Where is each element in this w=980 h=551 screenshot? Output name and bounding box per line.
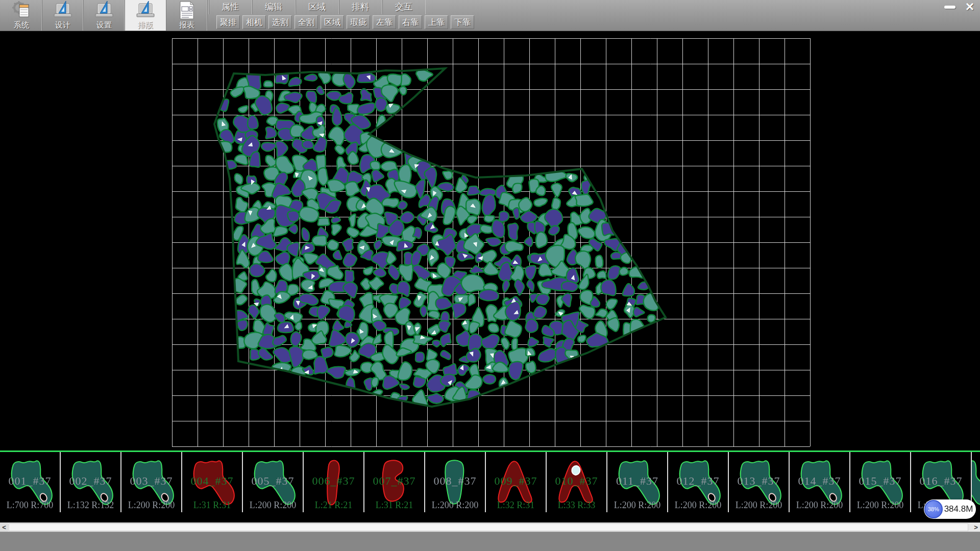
piece-lr-count-label: L:200 R:200 <box>729 500 789 511</box>
memory-usage-badge: 38% 384.8M <box>924 499 976 519</box>
settings-icon <box>94 1 114 20</box>
menu-item-5[interactable]: 交互 <box>382 0 426 14</box>
piece-name-label: 005_#37 <box>243 474 303 488</box>
mode-button-label: 设计 <box>42 20 83 30</box>
piece-thumbnail-004_#37[interactable]: 004_#37L:31 R:31 <box>182 452 243 512</box>
piece-name-label: 010_#37 <box>547 474 606 488</box>
memory-percent-indicator: 38% <box>924 500 943 518</box>
mode-button-5[interactable]: 报表 <box>166 0 208 31</box>
main-mode-buttons: 系统 设计 设置 排版 报表 <box>1 0 208 31</box>
toolbar: 系统 设计 设置 排版 报表 属性编辑区域排料交互 聚排相机选割全割区域瑕疵左靠… <box>0 0 980 31</box>
mode-button-3[interactable]: 设置 <box>84 0 125 31</box>
tool-button-9[interactable]: 上靠 <box>425 15 448 29</box>
tool-button-4[interactable]: 全割 <box>295 15 318 29</box>
piece-thumbnail-005_#37[interactable]: 005_#37L:200 R:200 <box>243 452 304 512</box>
piece-lr-count-label: L:200 R:200 <box>790 500 849 511</box>
piece-lr-count-label: L:700 R:700 <box>0 500 60 511</box>
piece-lr-count-label: L:31 R:21 <box>364 500 424 511</box>
tool-button-2[interactable]: 相机 <box>242 15 266 29</box>
tool-button-row: 聚排相机选割全割区域瑕疵左靠右靠上靠下靠 <box>216 15 474 29</box>
tool-button-1[interactable]: 聚排 <box>216 15 240 29</box>
piece-lr-count-label: L:200 R:200 <box>425 500 485 511</box>
mode-button-label: 系统 <box>1 20 42 30</box>
menu-bar: 属性编辑区域排料交互 <box>208 0 426 14</box>
piece-lr-count-label: L:200 R:200 <box>243 500 303 511</box>
tool-button-6[interactable]: 瑕疵 <box>347 15 370 29</box>
mode-button-4[interactable]: 排版 <box>125 0 166 31</box>
piece-thumbnail-006_#37[interactable]: 006_#37L:21 R:21 <box>304 452 364 512</box>
piece-thumbnail-001_#37[interactable]: 001_#37L:700 R:700 <box>0 452 61 512</box>
piece-name-label: 016_#37 <box>911 474 971 488</box>
piece-lr-count-label: L:200 R:200 <box>607 500 667 511</box>
mode-button-2[interactable]: 设计 <box>42 0 84 31</box>
piece-name-label: 006_#37 <box>304 474 363 488</box>
piece-name-label: 008_#37 <box>425 474 485 488</box>
system-icon <box>11 1 32 20</box>
piece-name-label: 014_#37 <box>790 474 849 488</box>
tool-button-8[interactable]: 右靠 <box>399 15 422 29</box>
piece-name-label: 013_#37 <box>729 474 789 488</box>
piece-thumbnail-015_#37[interactable]: 015_#37L:200 R:200 <box>850 452 911 512</box>
piece-lr-count-label: L:32 R:31 <box>486 500 546 511</box>
mode-button-label: 排版 <box>125 20 166 30</box>
piece-name-label: 001_#37 <box>0 474 60 488</box>
mode-button-1[interactable]: 系统 <box>1 0 42 31</box>
piece-thumbnail-013_#37[interactable]: 013_#37L:200 R:200 <box>729 452 790 512</box>
scroll-left-arrow-icon[interactable]: < <box>0 523 8 532</box>
piece-thumbnail-014_#37[interactable]: 014_#37L:200 R:200 <box>790 452 850 512</box>
minimize-button[interactable] <box>942 2 958 12</box>
piece-lr-count-label: L:132 R:132 <box>61 500 120 511</box>
menu-item-4[interactable]: 排料 <box>338 0 382 14</box>
piece-lr-count-label: L:200 R:200 <box>850 500 910 511</box>
piece-name-label: 009_#37 <box>486 474 546 488</box>
mode-button-label: 报表 <box>166 20 207 30</box>
tool-button-10[interactable]: 下靠 <box>451 15 474 29</box>
menu-item-2[interactable]: 编辑 <box>252 0 295 14</box>
memory-amount-label: 384.8M <box>944 499 973 519</box>
bottom-bar <box>0 532 980 551</box>
piece-thumbnail-007_#37[interactable]: 007_#37L:31 R:21 <box>364 452 425 512</box>
scroll-right-arrow-icon[interactable]: > <box>972 523 980 532</box>
report-icon <box>177 1 197 20</box>
piece-name-label: 012_#37 <box>668 474 728 488</box>
piece-thumbnail-008_#37[interactable]: 008_#37L:200 R:200 <box>425 452 486 512</box>
memory-percent-label: 38% <box>928 506 939 512</box>
piece-thumbnail-002_#37[interactable]: 002_#37L:132 R:132 <box>61 452 121 512</box>
piece-lr-count-label: L:33 R:33 <box>547 500 606 511</box>
tool-button-3[interactable]: 选割 <box>268 15 292 29</box>
menu-item-3[interactable]: 区域 <box>295 0 338 14</box>
nesting-canvas[interactable] <box>0 31 980 522</box>
piece-lr-count-label: L:21 R:21 <box>304 500 363 511</box>
menu-item-1[interactable]: 属性 <box>208 0 252 14</box>
scrollbar-thumb[interactable] <box>9 523 968 531</box>
piece-name-label: 011_#37 <box>607 474 667 488</box>
piece-thumbnail-strip: 001_#37L:700 R:700002_#37L:132 R:132003_… <box>0 450 980 512</box>
piece-name-label: 002_#37 <box>61 474 120 488</box>
piece-lr-count-label: L:200 R:200 <box>668 500 728 511</box>
piece-thumbnail-009_#37[interactable]: 009_#37L:32 R:31 <box>486 452 547 512</box>
piece-name-label: 015_#37 <box>850 474 910 488</box>
close-button[interactable]: ✕ <box>963 1 977 13</box>
minimize-icon <box>944 6 955 9</box>
piece-thumbnail-012_#37[interactable]: 012_#37L:200 R:200 <box>668 452 729 512</box>
window-controls: ✕ <box>942 1 977 13</box>
tool-button-5[interactable]: 区域 <box>321 15 344 29</box>
horizontal-scrollbar[interactable]: < > <box>0 522 980 532</box>
layout-icon <box>135 1 156 20</box>
tool-button-7[interactable]: 左靠 <box>373 15 396 29</box>
piece-lr-count-label: L:31 R:31 <box>182 500 242 511</box>
piece-thumbnail-010_#37[interactable]: 010_#37L:33 R:33 <box>547 452 607 512</box>
piece-lr-count-label: L:200 R:200 <box>121 500 181 511</box>
nesting-app-window: 系统 设计 设置 排版 报表 属性编辑区域排料交互 聚排相机选割全割区域瑕疵左靠… <box>0 0 980 551</box>
piece-thumbnail-011_#37[interactable]: 011_#37L:200 R:200 <box>607 452 668 512</box>
piece-name-label: 003_#37 <box>121 474 181 488</box>
design-icon <box>53 1 73 20</box>
piece-thumbnail-003_#37[interactable]: 003_#37L:200 R:200 <box>121 452 182 512</box>
mode-button-label: 设置 <box>84 20 125 30</box>
piece-name-label: 004_#37 <box>182 474 242 488</box>
piece-name-label: 007_#37 <box>364 474 424 488</box>
